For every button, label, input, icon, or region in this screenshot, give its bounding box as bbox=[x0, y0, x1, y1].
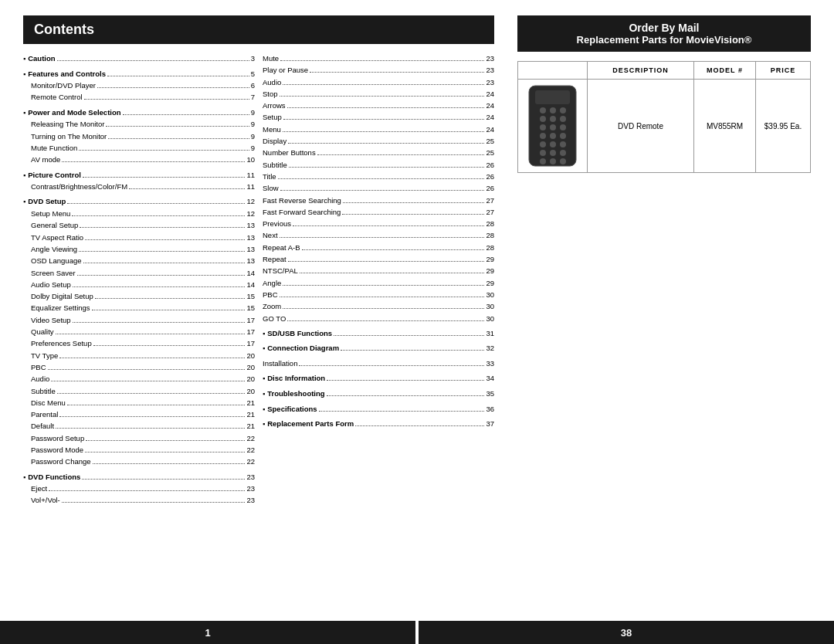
toc-label: Setup bbox=[263, 112, 282, 122]
toc-page: 36 bbox=[486, 404, 494, 414]
svg-point-12 bbox=[550, 133, 556, 139]
toc-dots bbox=[283, 119, 485, 120]
toc-item: Zoom30 bbox=[263, 301, 494, 311]
toc-item: Fast Reverse Searching27 bbox=[263, 195, 494, 205]
toc-dots bbox=[79, 251, 245, 252]
toc-label: Audio Setup bbox=[31, 280, 71, 290]
toc-page: 23 bbox=[246, 483, 255, 493]
toc-page: 23 bbox=[246, 472, 255, 482]
toc-label: Next bbox=[263, 230, 278, 240]
toc-label: AV mode bbox=[31, 154, 60, 164]
footer-left-page: 1 bbox=[0, 621, 415, 644]
toc-item: ▪Power and Mode Selection9 bbox=[23, 107, 255, 118]
toc-dots bbox=[59, 358, 245, 358]
toc-dots bbox=[310, 72, 484, 73]
toc-page: 24 bbox=[486, 100, 494, 110]
toc-label: Fast Forward Searching bbox=[263, 207, 341, 217]
toc-dots bbox=[342, 214, 484, 215]
toc-item: Dolby Digital Setup15 bbox=[23, 291, 255, 301]
toc-item: Subtitle20 bbox=[23, 386, 255, 396]
toc-item: General Setup13 bbox=[23, 220, 255, 230]
toc-page: 22 bbox=[246, 433, 255, 443]
svg-point-11 bbox=[540, 133, 546, 139]
col-img-header bbox=[518, 62, 588, 79]
toc-label: Audio bbox=[31, 374, 49, 384]
toc-dots bbox=[56, 428, 245, 429]
svg-point-19 bbox=[560, 150, 566, 156]
toc-page: 9 bbox=[251, 107, 255, 117]
toc-label: Turning on The Monitor bbox=[31, 131, 107, 141]
toc-page: 9 bbox=[251, 143, 255, 153]
toc-label: TV Aspect Ratio bbox=[31, 232, 83, 242]
toc-dots bbox=[48, 369, 246, 370]
toc-item: ▪Replacement Parts Form37 bbox=[263, 419, 494, 429]
toc-item: Number Buttons25 bbox=[263, 147, 494, 158]
svg-point-16 bbox=[560, 141, 566, 147]
toc-dots bbox=[79, 150, 249, 151]
svg-point-15 bbox=[550, 141, 556, 147]
toc-dots bbox=[97, 87, 249, 88]
toc-item: ▪Specifications36 bbox=[263, 404, 494, 415]
svg-point-4 bbox=[560, 107, 566, 114]
toc-dots bbox=[341, 350, 484, 351]
toc-dots bbox=[82, 479, 245, 480]
toc-dots bbox=[67, 405, 246, 405]
svg-point-3 bbox=[550, 107, 556, 114]
toc-dots bbox=[299, 365, 484, 366]
toc-dots bbox=[280, 237, 485, 238]
toc-page: 22 bbox=[246, 456, 255, 466]
toc-page: 3 bbox=[251, 53, 255, 63]
toc-label: Eject bbox=[31, 483, 47, 493]
toc-label: Default bbox=[31, 421, 54, 431]
toc-page: 23 bbox=[486, 77, 494, 87]
toc-page: 24 bbox=[486, 124, 494, 134]
toc-item: Vol+/Vol-23 bbox=[23, 495, 255, 505]
toc-label: Number Buttons bbox=[263, 147, 316, 158]
toc-label: Angle Viewing bbox=[31, 244, 77, 254]
toc-dots bbox=[280, 190, 485, 191]
toc-page: 15 bbox=[246, 291, 255, 301]
toc-item: Stop24 bbox=[263, 89, 494, 99]
toc-item: TV Aspect Ratio13 bbox=[23, 232, 255, 242]
toc-page: 21 bbox=[246, 398, 255, 408]
toc-label: Password Mode bbox=[31, 445, 83, 455]
order-table: DESCRIPTION MODEL # PRICE bbox=[517, 61, 811, 173]
main-content: Contents ▪Caution3▪Features and Controls… bbox=[0, 0, 834, 621]
toc-dots bbox=[289, 167, 485, 168]
toc-label: Quality bbox=[31, 327, 54, 337]
toc-dots bbox=[280, 96, 485, 97]
svg-point-22 bbox=[560, 158, 566, 164]
toc-dots bbox=[327, 380, 484, 381]
left-column: Contents ▪Caution3▪Features and Controls… bbox=[23, 15, 494, 613]
contents-header: Contents bbox=[23, 15, 494, 44]
toc-label: Replacement Parts Form bbox=[267, 419, 354, 429]
col-price-header: PRICE bbox=[756, 62, 810, 79]
toc-page: 27 bbox=[486, 207, 494, 217]
toc-page: 34 bbox=[486, 373, 494, 383]
toc-page: 29 bbox=[486, 278, 494, 288]
toc-item: Play or Pause23 bbox=[263, 65, 494, 75]
toc-item: PBC20 bbox=[23, 362, 255, 372]
toc-col-2: Mute23Play or Pause23Audio23Stop24Arrows… bbox=[263, 53, 494, 507]
svg-point-14 bbox=[540, 141, 546, 147]
toc-label: DVD Functions bbox=[28, 472, 80, 482]
toc-label: SD/USB Functions bbox=[267, 328, 332, 338]
toc-dots bbox=[288, 143, 484, 144]
toc-dots bbox=[77, 275, 246, 276]
toc-dots bbox=[93, 463, 246, 464]
toc-dots bbox=[319, 411, 485, 412]
toc-dots bbox=[73, 286, 246, 287]
svg-point-20 bbox=[540, 158, 546, 164]
toc-page: 11 bbox=[246, 170, 255, 180]
toc-dots bbox=[106, 126, 249, 127]
toc-dots bbox=[278, 178, 485, 179]
col-desc-cell: DVD Remote bbox=[588, 80, 694, 172]
toc-dots bbox=[283, 308, 484, 309]
toc-dots bbox=[327, 395, 485, 396]
toc-label: Zoom bbox=[263, 301, 281, 311]
toc-bullet: ▪ bbox=[263, 419, 265, 429]
toc-label: Stop bbox=[263, 89, 278, 99]
svg-point-21 bbox=[550, 158, 556, 164]
toc-page: 28 bbox=[486, 242, 494, 253]
toc-page: 5 bbox=[251, 69, 255, 79]
